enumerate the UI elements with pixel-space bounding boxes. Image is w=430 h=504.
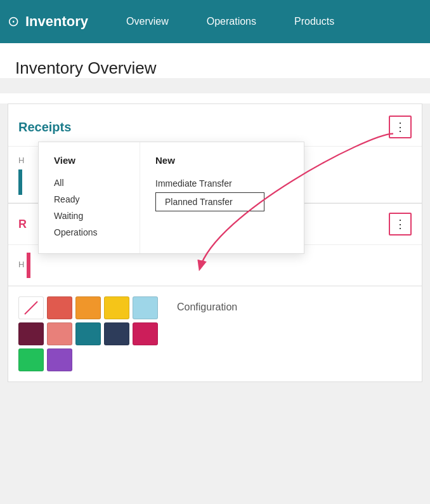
- color-crimson[interactable]: [133, 322, 158, 345]
- page-title: Inventory Overview: [15, 58, 415, 78]
- nav-operations[interactable]: Operations: [188, 0, 275, 43]
- color-purple[interactable]: [47, 348, 72, 371]
- nav-brand: Inventory: [25, 13, 88, 30]
- color-grid: [18, 296, 158, 371]
- color-green[interactable]: [18, 348, 44, 371]
- dropdown-new-section: New Immediate Transfer Planned Transfer: [140, 142, 280, 253]
- card-header: Receipts ⋮: [8, 104, 422, 147]
- card-container: Receipts ⋮ H View All Ready Waiting Oper…: [0, 103, 430, 382]
- color-orange[interactable]: [75, 296, 101, 319]
- color-yellow[interactable]: [104, 296, 129, 319]
- dropdown-view-operations[interactable]: Operations: [54, 224, 124, 241]
- card-label: H: [18, 156, 24, 165]
- second-card-title: R: [18, 218, 27, 231]
- dropdown-immediate-transfer[interactable]: Immediate Transfer: [155, 175, 264, 192]
- svg-line-0: [25, 302, 37, 314]
- view-section-title: View: [54, 155, 124, 166]
- second-card-label: H: [18, 260, 24, 269]
- dropdown-planned-transfer[interactable]: Planned Transfer: [155, 192, 264, 211]
- color-dark-purple[interactable]: [18, 322, 44, 345]
- nav-overview[interactable]: Overview: [107, 0, 188, 43]
- second-kebab-button[interactable]: ⋮: [389, 213, 412, 235]
- dropdown-view-ready[interactable]: Ready: [54, 191, 124, 208]
- config-label: Configuration: [177, 296, 237, 371]
- color-red[interactable]: [47, 296, 72, 319]
- color-none[interactable]: [18, 296, 44, 319]
- dropdown-view-section: View All Ready Waiting Operations: [39, 142, 140, 253]
- color-salmon[interactable]: [47, 322, 72, 345]
- dropdown-view-all[interactable]: All: [54, 175, 124, 191]
- grid-icon[interactable]: ⊙: [8, 13, 19, 30]
- kebab-menu-button[interactable]: ⋮: [389, 116, 412, 138]
- nav-products[interactable]: Products: [275, 0, 353, 43]
- color-config-section: Configuration: [8, 286, 422, 382]
- navbar: ⊙ Inventory Overview Operations Products: [0, 0, 430, 43]
- new-section-title: New: [155, 155, 264, 166]
- dropdown-menu: View All Ready Waiting Operations New Im…: [38, 142, 304, 254]
- page-content: Inventory Overview: [0, 43, 430, 78]
- receipts-title: Receipts: [18, 120, 71, 135]
- color-light-blue[interactable]: [133, 296, 158, 319]
- card-bar: [18, 169, 22, 195]
- nav-links: Overview Operations Products: [107, 0, 422, 43]
- color-dark-blue[interactable]: [104, 322, 129, 345]
- second-card-bar: [27, 253, 30, 278]
- dropdown-view-waiting[interactable]: Waiting: [54, 208, 124, 224]
- color-teal[interactable]: [75, 322, 101, 345]
